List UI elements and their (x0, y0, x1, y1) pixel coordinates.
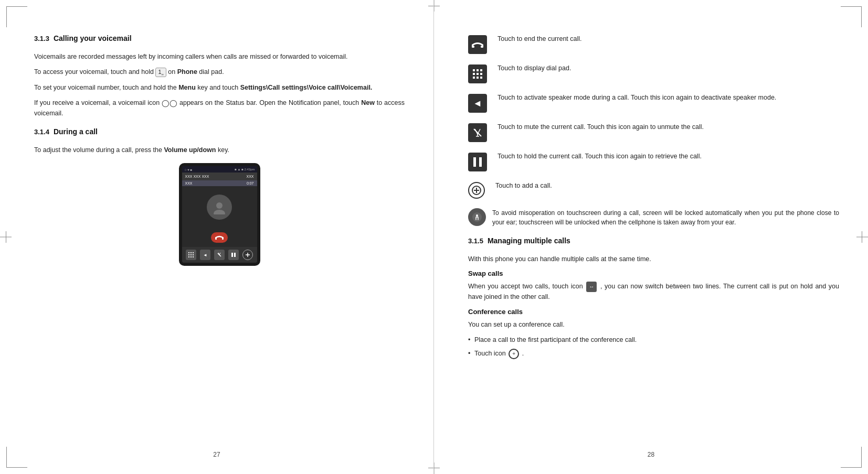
conference-calls-para1: You can set up a conference call. (468, 320, 839, 330)
note-icon (468, 208, 486, 226)
swap-calls-heading: Swap calls (468, 270, 839, 277)
svg-rect-10 (188, 256, 189, 257)
section-title-3-1-4: During a call (54, 127, 98, 136)
end-call-text: Touch to end the current call. (497, 34, 839, 44)
phone-screenshot: ☆ ♥ ■ ■ ▲ ■ 2:43pm XXX XXX XXX XXX XXX 0… (179, 163, 260, 266)
phone-end-call-area (182, 228, 257, 247)
speaker-icon: ◄ (468, 94, 487, 113)
voicemail-para1: Voicemails are recorded messages left by… (34, 52, 405, 62)
phone-avatar-area (182, 186, 257, 228)
page-number-right: 28 (434, 451, 868, 458)
svg-rect-9 (193, 254, 194, 255)
svg-rect-3 (222, 238, 224, 240)
icon-row-end-call: Touch to end the current call. (468, 34, 839, 54)
icon-row-speaker: ◄ Touch to activate speaker mode during … (468, 93, 839, 113)
phone-action-bar: ◄ (182, 247, 257, 263)
touch-icon: + (509, 349, 519, 359)
svg-rect-22 (480, 69, 482, 71)
phone-action-speaker: ◄ (200, 250, 210, 260)
section-number-3-1-3: 3.1.3 (34, 35, 49, 42)
voicemail-para3: To set your voicemail number, touch and … (34, 83, 405, 93)
svg-rect-2 (215, 238, 217, 240)
hold-text: Touch to hold the current call. Touch th… (497, 152, 839, 161)
svg-rect-18 (472, 46, 474, 48)
key-1-icon: 1∞ (155, 68, 166, 78)
svg-point-0 (216, 202, 223, 209)
mute-icon (468, 123, 487, 142)
dialpad-icon (468, 64, 487, 83)
right-page: Touch to end the current call. Touch to … (434, 0, 868, 474)
svg-rect-25 (480, 73, 482, 75)
page-number-left: 27 (0, 451, 433, 458)
multiple-calls-intro: With this phone you can handle multiple … (468, 254, 839, 264)
svg-rect-21 (477, 69, 479, 71)
svg-rect-33 (479, 157, 482, 167)
dialpad-text: Touch to display dial pad. (497, 63, 839, 73)
svg-rect-12 (193, 256, 194, 257)
svg-rect-15 (234, 253, 236, 257)
icon-row-hold: Touch to hold the current call. Touch th… (468, 152, 839, 171)
voicemail-para4: If you receive a voicemail, a voicemail … (34, 98, 405, 119)
section-title-3-1-3: Calling your voicemail (54, 34, 132, 42)
add-call-icon (468, 182, 485, 199)
phone-action-hold (228, 250, 239, 260)
svg-rect-4 (188, 252, 189, 253)
svg-rect-28 (480, 77, 482, 79)
section-number-3-1-4: 3.1.4 (34, 128, 49, 136)
svg-rect-7 (188, 254, 189, 255)
svg-rect-27 (477, 77, 479, 79)
icon-row-mute: Touch to mute the current call. Touch th… (468, 122, 839, 142)
mute-text: Touch to mute the current call. Touch th… (497, 122, 839, 132)
icon-row-add-call: Touch to add a call. (468, 181, 839, 199)
swap-icon: ↔ (586, 282, 597, 292)
phone-screen: ☆ ♥ ■ ■ ▲ ■ 2:43pm XXX XXX XXX XXX XXX 0… (182, 166, 257, 263)
section-3-1-4: 3.1.4 During a call To adjust the volume… (34, 127, 405, 266)
icon-row-dialpad: Touch to display dial pad. (468, 63, 839, 83)
svg-rect-14 (231, 253, 233, 257)
phone-action-mute (214, 250, 225, 260)
svg-rect-11 (190, 256, 192, 257)
section-3-1-5: 3.1.5 Managing multiple calls With this … (468, 236, 839, 359)
svg-rect-23 (473, 73, 475, 75)
svg-rect-6 (193, 252, 194, 253)
swap-calls-text: When you accept two calls, touch icon ↔ … (468, 282, 839, 302)
svg-point-1 (214, 210, 225, 214)
svg-point-38 (476, 214, 478, 217)
end-call-button (211, 232, 228, 243)
phone-avatar (207, 195, 232, 220)
end-call-icon (468, 35, 487, 54)
add-call-text: Touch to add a call. (495, 181, 839, 191)
section-number-3-1-5: 3.1.5 (468, 237, 483, 245)
conference-bullet-2: Touch icon + . (468, 349, 839, 359)
phone-call-bar: XXX XXX XXX XXX (182, 173, 257, 180)
svg-rect-8 (190, 254, 192, 255)
svg-rect-26 (473, 77, 475, 79)
voicemail-icon: ◯◯ (162, 98, 177, 109)
conference-bullet-1: Place a call to the first participant of… (468, 335, 839, 345)
conference-calls-heading: Conference calls (468, 308, 839, 316)
left-page: 3.1.3 Calling your voicemail Voicemails … (0, 0, 434, 474)
note-text: To avoid misoperation on touchscreen dur… (492, 208, 839, 227)
svg-rect-19 (481, 46, 483, 48)
section-3-1-3: 3.1.3 Calling your voicemail Voicemails … (34, 34, 405, 119)
note-box: To avoid misoperation on touchscreen dur… (468, 208, 839, 227)
section-title-3-1-5: Managing multiple calls (488, 236, 570, 245)
phone-name-bar: XXX 0:07 (182, 180, 257, 186)
svg-rect-5 (190, 252, 192, 253)
svg-rect-24 (477, 73, 479, 75)
during-call-para1: To adjust the volume during a call, pres… (34, 145, 405, 155)
voicemail-para2: To access your voicemail, touch and hold… (34, 67, 405, 77)
hold-icon (468, 153, 487, 171)
phone-action-dialpad (186, 250, 196, 260)
phone-action-add (242, 250, 253, 260)
svg-rect-20 (473, 69, 475, 71)
speaker-text: Touch to activate speaker mode during a … (497, 93, 839, 103)
svg-rect-32 (473, 157, 476, 167)
phone-status-bar: ☆ ♥ ■ ■ ▲ ■ 2:43pm (182, 166, 257, 173)
